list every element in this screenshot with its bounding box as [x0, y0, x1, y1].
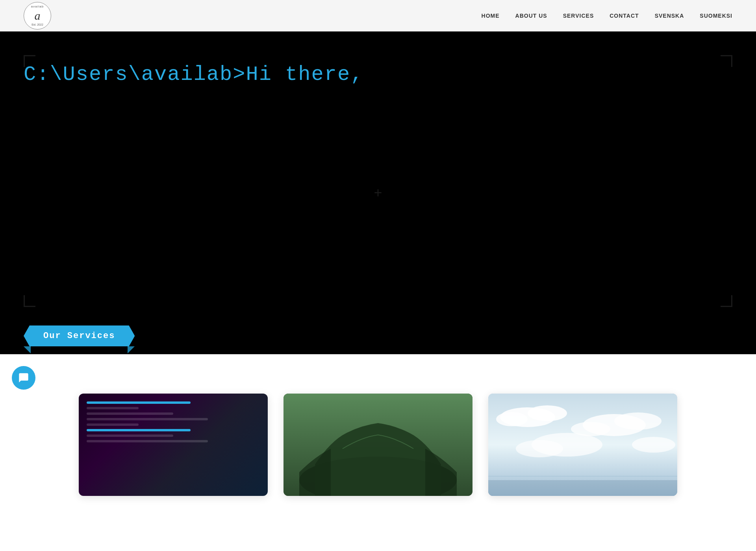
nav-about[interactable]: ABOUT US — [515, 13, 547, 19]
header: availab a Est. 2022 HOME ABOUT US SERVIC… — [0, 0, 756, 31]
service-cards — [32, 394, 724, 496]
logo-letter: a — [35, 9, 41, 22]
code-line-5 — [87, 423, 139, 426]
svg-point-11 — [632, 437, 675, 453]
service-card-1[interactable] — [79, 394, 268, 496]
logo-circle: availab a Est. 2022 — [24, 2, 51, 30]
sky-svg — [488, 394, 677, 496]
nav-services[interactable]: SERVICES — [563, 13, 594, 19]
service-card-image-3 — [488, 394, 677, 496]
services-section — [0, 354, 756, 520]
service-card-image-1 — [79, 394, 268, 496]
code-line-6 — [87, 429, 191, 431]
logo-est-text: Est. 2022 — [32, 23, 43, 26]
nav-svenska[interactable]: Svenska — [655, 13, 684, 19]
service-card-3[interactable] — [488, 394, 677, 496]
nav-contact[interactable]: CONTACT — [610, 13, 639, 19]
terminal-text: C:\Users\availab>Hi there, — [24, 63, 363, 86]
corner-bracket-tr — [721, 55, 732, 67]
building-silhouette-svg — [284, 394, 472, 496]
main-nav: HOME ABOUT US SERVICES CONTACT Svenska S… — [482, 13, 732, 19]
logo[interactable]: availab a Est. 2022 — [24, 2, 51, 30]
nav-home[interactable]: HOME — [482, 13, 500, 19]
code-lines-decoration — [87, 401, 260, 446]
code-line-8 — [87, 440, 208, 442]
code-line-4 — [87, 418, 208, 420]
nav-suomeksi[interactable]: Suomeksi — [700, 13, 732, 19]
chat-bubble-button[interactable] — [12, 366, 35, 390]
svg-point-4 — [528, 405, 567, 421]
hero-section: C:\Users\availab>Hi there, + Our Service… — [0, 31, 756, 354]
code-line-3 — [87, 412, 173, 415]
svg-rect-12 — [488, 480, 677, 496]
center-plus-icon: + — [374, 185, 382, 201]
chat-icon — [18, 372, 29, 383]
code-line-1 — [87, 401, 191, 404]
code-line-7 — [87, 435, 173, 437]
logo-company-text: availab — [31, 5, 44, 8]
code-line-2 — [87, 407, 139, 409]
services-banner-wrapper: Our Services — [24, 325, 135, 346]
services-banner[interactable]: Our Services — [24, 325, 135, 346]
service-card-2[interactable] — [284, 394, 472, 496]
corner-bracket-bl — [24, 295, 35, 307]
service-card-image-2 — [284, 394, 472, 496]
corner-bracket-br — [721, 295, 732, 307]
svg-point-10 — [516, 440, 563, 457]
banner-container: Our Services — [24, 325, 135, 346]
svg-point-7 — [614, 412, 662, 430]
svg-point-5 — [496, 412, 528, 426]
